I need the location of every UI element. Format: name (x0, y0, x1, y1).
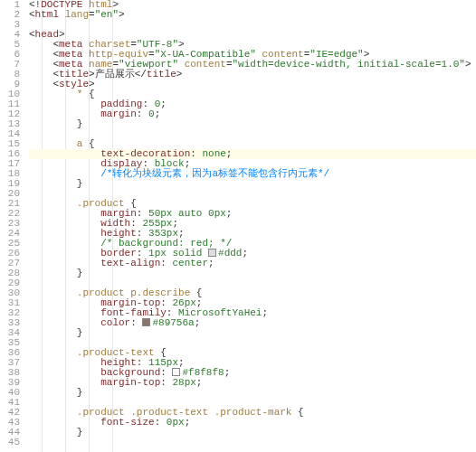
code-area[interactable]: <!DOCTYPE html><html lang="en"><head> <m… (25, 0, 476, 452)
code-line[interactable]: /*转化为块级元素，因为a标签不能包含行内元素*/ (29, 169, 476, 179)
code-line[interactable]: <html lang="en"> (29, 10, 476, 20)
code-line[interactable]: } (29, 179, 476, 189)
code-line[interactable] (29, 129, 476, 139)
code-line[interactable]: <title>产品展示</title> (29, 70, 476, 80)
line-number-gutter: 1234567891011121314151617181920212223242… (0, 0, 25, 452)
code-line[interactable]: } (29, 428, 476, 438)
code-line[interactable]: font-size: 0px; (29, 418, 476, 428)
code-line[interactable]: color: #89756a; (29, 318, 476, 328)
line-number: 45 (0, 438, 20, 447)
code-line[interactable]: } (29, 388, 476, 398)
code-editor[interactable]: 1234567891011121314151617181920212223242… (0, 0, 476, 452)
code-line[interactable]: } (29, 328, 476, 338)
code-line[interactable] (29, 438, 476, 447)
code-line[interactable]: } (29, 119, 476, 129)
code-line[interactable]: margin: 0; (29, 109, 476, 119)
color-swatch-icon (172, 368, 180, 376)
code-line[interactable]: <style> (29, 80, 476, 89)
code-line[interactable]: text-align: center; (29, 259, 476, 268)
color-swatch-icon (208, 249, 216, 257)
color-swatch-icon (142, 318, 150, 326)
code-line[interactable]: } (29, 268, 476, 278)
code-line[interactable]: margin-top: 28px; (29, 378, 476, 388)
code-line[interactable] (29, 20, 476, 30)
